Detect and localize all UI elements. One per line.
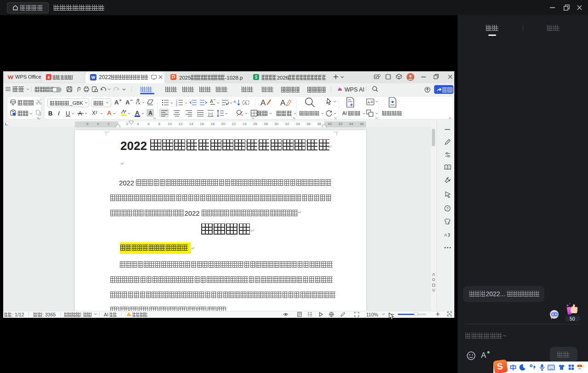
svg-text:A: A — [244, 101, 247, 104]
svg-text:A: A — [210, 99, 213, 104]
svg-text:3: 3 — [176, 104, 177, 107]
svg-text:A: A — [368, 100, 370, 104]
svg-text:A: A — [444, 232, 447, 237]
svg-text:A: A — [233, 99, 236, 104]
svg-text:A: A — [280, 98, 286, 107]
svg-text:,: , — [328, 112, 328, 115]
svg-text:[=]: [=] — [209, 112, 213, 116]
svg-text:A: A — [136, 98, 139, 102]
svg-text:?: ? — [447, 206, 449, 211]
svg-text:A: A — [260, 98, 266, 107]
